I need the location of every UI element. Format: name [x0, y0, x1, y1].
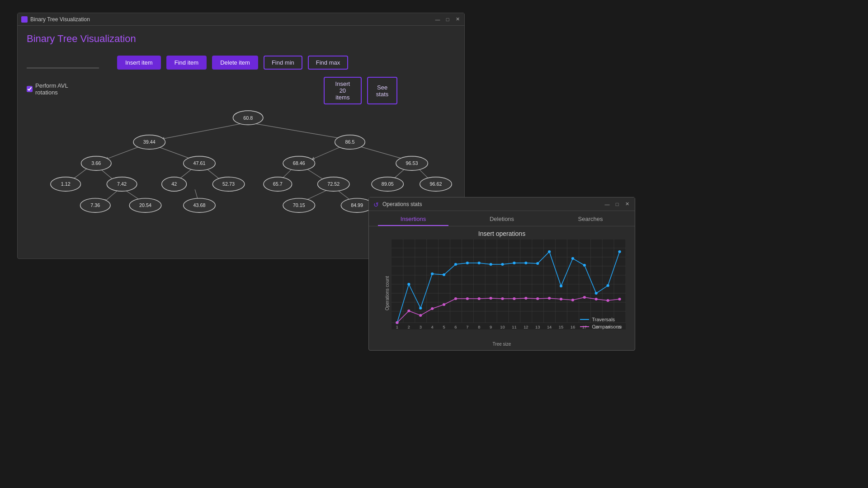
svg-text:20.54: 20.54: [139, 202, 151, 208]
stats-close-button[interactable]: ✕: [624, 201, 630, 207]
svg-point-138: [396, 321, 398, 324]
svg-text:7.36: 7.36: [90, 202, 100, 208]
comparisons-line-color: [580, 326, 589, 327]
svg-text:96.53: 96.53: [406, 160, 418, 166]
svg-point-149: [524, 297, 527, 300]
svg-text:52.73: 52.73: [222, 181, 235, 187]
svg-text:11: 11: [512, 325, 516, 329]
main-window-title: Binary Tree Visualization: [30, 16, 90, 23]
svg-point-143: [454, 297, 457, 300]
stats-minimize-button[interactable]: —: [604, 201, 610, 207]
svg-point-122: [443, 273, 445, 276]
svg-text:1: 1: [396, 325, 398, 329]
svg-point-148: [513, 297, 515, 300]
legend-comparisons: Comparisons: [580, 324, 621, 329]
svg-point-139: [407, 310, 410, 312]
stats-titlebar: ↺ Operations stats — □ ✕: [369, 197, 635, 211]
svg-point-132: [560, 285, 562, 287]
svg-text:42: 42: [171, 181, 177, 187]
svg-text:6: 6: [454, 325, 457, 329]
stats-icon: ↺: [373, 201, 380, 207]
svg-point-155: [595, 298, 598, 300]
svg-point-125: [478, 262, 481, 264]
minimize-button[interactable]: —: [434, 16, 441, 23]
maximize-button[interactable]: □: [444, 16, 451, 23]
y-axis-label: Operations count: [385, 276, 390, 310]
traversals-label: Traversals: [592, 317, 615, 322]
svg-point-121: [431, 272, 434, 275]
svg-point-129: [524, 262, 527, 264]
avl-checkbox[interactable]: [27, 86, 33, 92]
svg-text:96.62: 96.62: [429, 181, 442, 187]
svg-text:70.15: 70.15: [293, 202, 305, 208]
svg-text:15: 15: [559, 325, 563, 329]
svg-point-157: [618, 298, 621, 300]
insert20-button[interactable]: Insert 20 items: [324, 77, 362, 104]
svg-point-145: [478, 297, 481, 300]
x-axis-label: Tree size: [493, 342, 511, 347]
svg-text:3.66: 3.66: [91, 160, 101, 166]
chart-title: Insert operations: [369, 226, 635, 239]
stats-window-controls: — □ ✕: [604, 201, 630, 207]
svg-text:2: 2: [408, 325, 410, 329]
svg-text:12: 12: [524, 325, 528, 329]
svg-point-128: [513, 262, 515, 264]
traversals-line-color: [580, 319, 589, 320]
svg-point-126: [490, 263, 492, 266]
svg-text:43.68: 43.68: [193, 202, 205, 208]
svg-point-140: [419, 314, 422, 317]
svg-point-136: [607, 284, 609, 287]
svg-text:39.44: 39.44: [143, 139, 156, 145]
find-button[interactable]: Find item: [166, 56, 207, 70]
svg-point-135: [595, 292, 598, 295]
svg-text:14: 14: [547, 325, 552, 329]
chart-svg: 0 2 4 6 8 10 12 14 1 2 3 4 5 6 7 8 9 10 …: [392, 239, 626, 329]
svg-text:13: 13: [535, 325, 540, 329]
svg-text:3: 3: [420, 325, 422, 329]
stats-window-title: Operations stats: [382, 201, 422, 207]
svg-point-124: [466, 262, 469, 264]
svg-point-141: [431, 307, 434, 310]
tab-insertions[interactable]: Insertions: [369, 211, 458, 226]
svg-text:5: 5: [443, 325, 445, 329]
svg-text:16: 16: [571, 325, 575, 329]
svg-point-152: [560, 298, 562, 300]
app-icon: [21, 16, 28, 23]
svg-point-127: [501, 263, 504, 266]
svg-text:60.8: 60.8: [243, 115, 253, 121]
svg-point-130: [536, 262, 539, 265]
find-max-button[interactable]: Find max: [308, 56, 348, 70]
svg-point-144: [466, 297, 469, 300]
svg-text:68.46: 68.46: [293, 160, 305, 166]
svg-point-134: [583, 264, 586, 267]
item-input[interactable]: [27, 57, 99, 68]
svg-text:7.42: 7.42: [117, 181, 127, 187]
comparisons-label: Comparisons: [592, 324, 621, 329]
svg-text:86.5: 86.5: [345, 139, 354, 145]
stats-maximize-button[interactable]: □: [614, 201, 620, 207]
stats-window: ↺ Operations stats — □ ✕ Insertions Dele…: [368, 197, 635, 351]
see-stats-button[interactable]: See stats: [367, 77, 397, 104]
svg-text:9: 9: [490, 325, 492, 329]
app-title: Binary Tree Visualization: [27, 33, 455, 45]
svg-point-131: [548, 250, 551, 253]
main-titlebar: Binary Tree Visualization — □ ✕: [18, 13, 464, 26]
toolbar-buttons: Insert item Find item Delete item Find m…: [117, 56, 348, 70]
insert-button[interactable]: Insert item: [117, 56, 161, 70]
svg-point-150: [536, 297, 539, 300]
tab-deletions[interactable]: Deletions: [458, 211, 546, 226]
svg-point-123: [454, 263, 457, 266]
stats-title-area: ↺ Operations stats: [373, 201, 422, 207]
svg-text:72.52: 72.52: [327, 181, 340, 187]
svg-text:4: 4: [431, 325, 434, 329]
svg-text:8: 8: [478, 325, 480, 329]
svg-point-120: [419, 307, 422, 310]
stats-tabs: Insertions Deletions Searches: [369, 211, 635, 226]
close-button[interactable]: ✕: [454, 16, 461, 23]
tab-searches[interactable]: Searches: [546, 211, 635, 226]
find-min-button[interactable]: Find min: [264, 56, 302, 70]
delete-button[interactable]: Delete item: [212, 56, 258, 70]
svg-text:65.7: 65.7: [273, 181, 283, 187]
svg-point-153: [571, 299, 574, 301]
svg-point-137: [618, 250, 621, 253]
